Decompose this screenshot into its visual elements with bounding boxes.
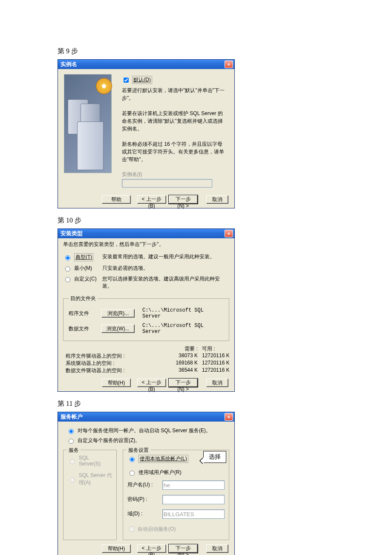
dialog-title: 服务帐户 — [61, 413, 83, 421]
next-button[interactable]: 下一步(N) > — [169, 379, 198, 387]
subtitle: 单击您喜爱的安装类型，然后单击"下一步"。 — [58, 238, 234, 251]
back-button[interactable]: < 上一步(B) — [137, 379, 166, 387]
autostart-label: 自动启动服务(O) — [138, 526, 176, 533]
radio-minimum[interactable] — [65, 266, 70, 272]
custom-desc: 您可以选择要安装的选项。建议高级用户采用此种安装。 — [102, 275, 229, 290]
required-header: 需要 : — [151, 345, 202, 353]
radio-domain-label: 使用域用户帐户(R) — [138, 469, 182, 476]
destination-fieldset: 目的文件夹 程序文件 浏览(R)... C:\...\Microsoft SQL… — [63, 295, 229, 341]
program-files-label: 程序文件 — [69, 310, 94, 317]
step-10-label: 第 10 步 — [58, 216, 392, 225]
titlebar[interactable]: 服务帐户 × — [58, 412, 234, 422]
browse-program-button[interactable]: 浏览(R)... — [101, 309, 135, 318]
radio-local-system[interactable] — [130, 457, 135, 462]
radio-sqlagent-label: SQL Server 代理(A) — [79, 472, 112, 486]
close-icon[interactable]: × — [225, 413, 233, 421]
radio-sqlserver — [70, 459, 75, 464]
titlebar[interactable]: 实例名 × — [58, 60, 234, 69]
space-avail: 12720116 K — [202, 360, 245, 367]
cancel-button[interactable]: 取消 — [206, 195, 228, 204]
step-9-label: 第 9 步 — [58, 47, 392, 56]
space-avail: 12720116 K — [202, 353, 245, 360]
space-grid: 需要 :可用 : 程序文件驱动器上的空间 :38073 K12720116 K … — [58, 343, 234, 375]
data-path: C:\...\Microsoft SQL Server — [142, 323, 224, 335]
radio-same-account[interactable] — [69, 429, 74, 434]
instruction-2: 若要在该计算机上安装或维护 SQL Server 的命名实例，请清除"默认"复选… — [122, 110, 225, 133]
browse-data-button[interactable]: 浏览(W)... — [101, 324, 135, 333]
close-icon[interactable]: × — [225, 230, 233, 237]
autostart-checkbox — [129, 526, 134, 532]
typical-desc: 安装最常用的选项。建议一般用户采用此种安装。 — [102, 253, 215, 260]
back-button[interactable]: < 上一步(B) — [137, 195, 166, 204]
radio-custom-label: 自定义(C) — [74, 275, 97, 283]
minimum-desc: 只安装必需的选项。 — [102, 265, 148, 272]
destination-legend: 目的文件夹 — [69, 295, 98, 302]
default-checkbox[interactable] — [124, 78, 129, 83]
callout-select: 选择 — [203, 451, 226, 463]
radio-typical-label: 典型(T) — [74, 253, 93, 261]
radio-custom-label: 自定义每个服务的设置(Z)。 — [78, 437, 140, 444]
services-legend: 服务 — [67, 447, 81, 454]
radio-same-label: 对每个服务使用同一帐户。自动启动 SQL Server 服务(E)。 — [78, 427, 211, 434]
dialog-title: 安装类型 — [61, 230, 83, 237]
radio-typical[interactable] — [65, 255, 70, 260]
password-label: 密码(P) : — [127, 496, 158, 503]
wizard-image — [64, 74, 112, 173]
password-input — [162, 495, 225, 504]
radio-sqlagent — [70, 477, 75, 483]
step-11-label: 第 11 步 — [58, 399, 392, 408]
username-input — [162, 480, 225, 490]
service-settings-group: 服务设置 使用本地系统帐户(L) 选择 使用域用户帐户(R) 用户名(U) : … — [123, 450, 229, 540]
dialog-service-account: 服务帐户 × 对每个服务使用同一帐户。自动启动 SQL Server 服务(E)… — [58, 412, 235, 555]
default-checkbox-label: 默认(D) — [132, 76, 152, 84]
back-button[interactable]: < 上一步(B) — [137, 544, 166, 553]
program-path: C:\...\Microsoft SQL Server — [142, 307, 224, 319]
username-label: 用户名(U) : — [127, 481, 158, 489]
space-req: 38073 K — [151, 353, 202, 360]
next-button[interactable]: 下一步(N) > — [169, 195, 198, 204]
space-row-label: 系统驱动器上的空间 : — [66, 360, 151, 367]
space-row-label: 程序文件驱动器上的空间 : — [66, 353, 151, 360]
radio-custom-account[interactable] — [69, 439, 74, 444]
radio-local-label: 使用本地系统帐户(L) — [138, 455, 188, 463]
available-header: 可用 : — [202, 345, 245, 353]
radio-domain-user[interactable] — [130, 471, 135, 476]
domain-label: 域(D) : — [127, 510, 158, 517]
instruction-1: 若要进行默认安装，请选中"默认"并单击"下一步"。 — [122, 87, 225, 102]
dialog-instance-name: 实例名 × 默认(D) 若要进行默认安装，请选中"默认"并单击"下一步"。 若要… — [58, 59, 235, 208]
help-button[interactable]: 帮助 — [102, 195, 131, 204]
space-avail: 12720116 K — [202, 367, 245, 374]
help-button[interactable]: 帮助(H) — [102, 544, 131, 553]
next-button[interactable]: 下一步(N) > — [169, 544, 198, 553]
cancel-button[interactable]: 取消 — [206, 379, 228, 387]
instance-name-input — [122, 179, 212, 188]
space-req: 36544 K — [151, 367, 202, 374]
radio-custom[interactable] — [65, 277, 70, 282]
instance-name-label: 实例名(I) — [122, 171, 225, 178]
radio-minimum-label: 最小(M) — [74, 265, 92, 272]
radio-sqlserver-label: SQL Server(S) — [79, 455, 112, 467]
titlebar[interactable]: 安装类型 × — [58, 229, 234, 238]
services-group: 服务 SQL Server(S) SQL Server 代理(A) — [63, 450, 117, 540]
settings-legend: 服务设置 — [127, 447, 150, 454]
data-files-label: 数据文件 — [69, 325, 94, 332]
help-button[interactable]: 帮助(H) — [102, 379, 131, 387]
cancel-button[interactable]: 取消 — [206, 544, 228, 553]
space-req: 169168 K — [151, 360, 202, 367]
domain-input — [162, 509, 225, 519]
instruction-3: 新名称必须不超过 16 个字符，并且应以字母或其它可接受字符开头。有关更多信息，… — [122, 140, 225, 163]
close-icon[interactable]: × — [225, 61, 233, 68]
space-row-label: 数据文件驱动器上的空间 : — [66, 367, 151, 374]
dialog-install-type: 安装类型 × 单击您喜爱的安装类型，然后单击"下一步"。 典型(T) 安装最常用… — [58, 228, 235, 392]
dialog-title: 实例名 — [61, 61, 77, 68]
